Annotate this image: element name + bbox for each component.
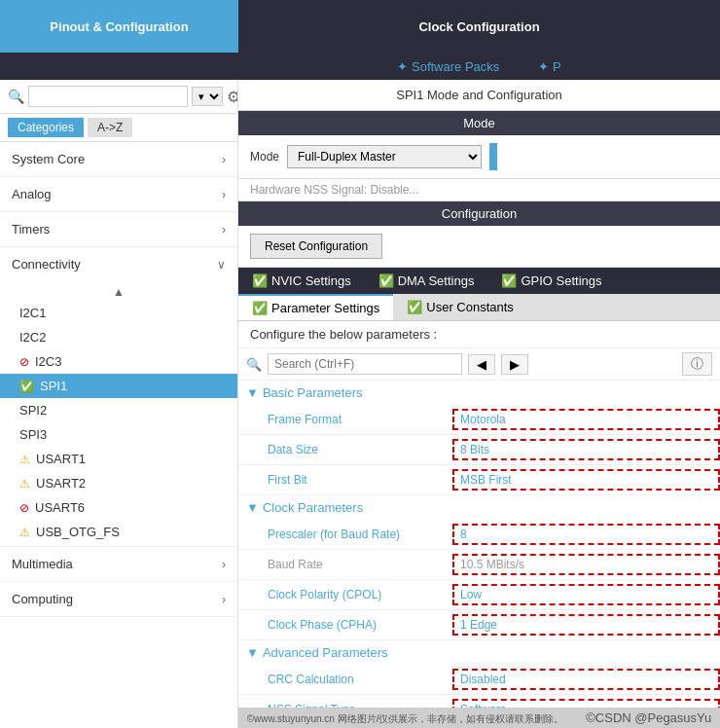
param-value-frame-format[interactable]: Motorola — [452, 409, 720, 430]
mode-blue-bar — [489, 143, 497, 170]
mode-content: Mode Full-Duplex Master — [238, 135, 720, 179]
param-search-input[interactable] — [268, 353, 462, 375]
sidebar-item-spi2[interactable]: SPI2 — [0, 398, 237, 422]
software-packs-link[interactable]: ✦ Software Packs — [397, 59, 499, 74]
param-value-first-bit[interactable]: MSB First — [452, 469, 720, 491]
sidebar-item-i2c2[interactable]: I2C2 — [0, 325, 237, 349]
sidebar-section-connectivity: Connectivity ∨ ▲ I2C1 I2C2 ⊘ I2C3 — [0, 247, 237, 547]
i2c3-error-icon: ⊘ — [19, 355, 29, 369]
sidebar-section-system-core: System Core › — [0, 142, 237, 177]
spi-title: SPI1 Mode and Configuration — [238, 80, 720, 111]
usart1-warn-icon: ⚠ — [19, 453, 30, 466]
mode-label: Mode — [250, 150, 279, 164]
nss-row: Hardware NSS Signal: Disable... — [238, 179, 720, 201]
basic-params-header[interactable]: ▼ Basic Parameters — [238, 381, 720, 405]
param-value-nss-type[interactable]: Software — [452, 699, 720, 708]
cat-tabs: Categories A->Z — [0, 114, 237, 142]
usb-warn-icon: ⚠ — [19, 526, 30, 539]
usart2-warn-icon: ⚠ — [19, 477, 30, 491]
sidebar-item-multimedia[interactable]: Multimedia › — [0, 547, 237, 581]
tab-categories[interactable]: Categories — [8, 118, 84, 137]
param-next-btn[interactable]: ▶ — [501, 354, 528, 375]
sidebar-item-timers[interactable]: Timers › — [0, 212, 237, 246]
sidebar-item-i2c3[interactable]: ⊘ I2C3 — [0, 349, 237, 374]
param-value-cpol[interactable]: Low — [452, 584, 720, 605]
gear-icon[interactable]: ⚙ — [227, 88, 238, 106]
param-value-baud-rate: 10.5 MBits/s — [452, 554, 720, 575]
param-search-icon: 🔍 — [246, 357, 262, 372]
tab-dma-settings[interactable]: ✅ DMA Settings — [365, 268, 488, 294]
advanced-params-group: ▼ Advanced Parameters CRC Calculation Di… — [238, 640, 720, 708]
config-tabs: ✅ NVIC Settings ✅ DMA Settings ✅ GPIO Se… — [238, 268, 720, 294]
sidebar-item-usart6[interactable]: ⊘ USART6 — [0, 495, 237, 520]
usart6-error-icon: ⊘ — [19, 501, 29, 515]
param-name-frame-format: Frame Format — [238, 413, 452, 426]
watermark-credit: ©CSDN @PegasusYu — [586, 710, 711, 725]
gpio-check-icon: ✅ — [501, 273, 517, 288]
table-row: Prescaler (for Baud Rate) 8 — [238, 520, 720, 550]
param-value-crc[interactable]: Disabled — [452, 669, 720, 690]
user-check-icon: ✅ — [407, 300, 422, 314]
param-search-row: 🔍 ◀ ▶ ⓘ — [238, 348, 720, 381]
param-prev-btn[interactable]: ◀ — [468, 354, 495, 375]
tab-nvic-settings[interactable]: ✅ NVIC Settings — [238, 268, 365, 294]
sidebar-item-spi3[interactable]: SPI3 — [0, 422, 237, 447]
header-pinout[interactable]: Pinout & Configuration — [0, 0, 238, 53]
search-input[interactable] — [28, 86, 188, 107]
top-header: Pinout & Configuration Clock Configurati… — [0, 0, 720, 53]
param-name-prescaler: Prescaler (for Baud Rate) — [238, 528, 452, 541]
mode-select[interactable]: Full-Duplex Master — [287, 145, 482, 168]
sidebar-section-analog: Analog › — [0, 177, 237, 212]
sidebar-item-usart2[interactable]: ⚠ USART2 — [0, 471, 237, 495]
tab-atoz[interactable]: A->Z — [88, 118, 132, 137]
tab-user-constants[interactable]: ✅ User Constants — [393, 294, 527, 320]
connectivity-items: ▲ I2C1 I2C2 ⊘ I2C3 ✅ SPI1 — [0, 281, 237, 546]
param-value-data-size[interactable]: 8 Bits — [452, 439, 720, 460]
pinout-link[interactable]: ✦ P — [538, 59, 560, 74]
param-name-crc: CRC Calculation — [238, 673, 452, 686]
param-value-cpha[interactable]: 1 Edge — [452, 614, 720, 636]
param-name-first-bit: First Bit — [238, 473, 452, 487]
software-packs-bar: ✦ Software Packs ✦ P — [0, 53, 720, 80]
param-name-cpol: Clock Polarity (CPOL) — [238, 588, 452, 601]
clock-params-group: ▼ Clock Parameters Prescaler (for Baud R… — [238, 495, 720, 640]
search-icon: 🔍 — [8, 89, 24, 104]
sidebar-item-connectivity[interactable]: Connectivity ∨ — [0, 247, 237, 281]
clock-params-header[interactable]: ▼ Clock Parameters — [238, 495, 720, 520]
header-clock[interactable]: Clock Configuration — [238, 0, 720, 53]
table-row: Baud Rate 10.5 MBits/s — [238, 550, 720, 580]
advanced-params-header[interactable]: ▼ Advanced Parameters — [238, 640, 720, 665]
advanced-collapse-icon: ▼ — [246, 645, 259, 660]
clock-collapse-icon: ▼ — [246, 500, 259, 515]
sidebar-item-usb-otg-fs[interactable]: ⚠ USB_OTG_FS — [0, 520, 237, 544]
sidebar: 🔍 ▾ ⚙ Categories A->Z System Core › Anal… — [0, 80, 238, 728]
sidebar-item-computing[interactable]: Computing › — [0, 582, 237, 616]
reset-btn-row: Reset Configuration — [238, 226, 720, 268]
param-info-btn[interactable]: ⓘ — [682, 352, 712, 376]
mode-header: Mode — [238, 111, 720, 135]
search-dropdown[interactable]: ▾ — [192, 87, 223, 106]
multimedia-arrow: › — [222, 558, 226, 571]
sidebar-item-spi1[interactable]: ✅ SPI1 — [0, 374, 237, 398]
analog-arrow: › — [222, 188, 226, 201]
sidebar-item-system-core[interactable]: System Core › — [0, 142, 237, 176]
watermark-bar: ©www.stuyunyun.cn 网络图片/仅供展示，非存储，如有侵权请联系删… — [238, 708, 720, 728]
system-core-arrow: › — [222, 153, 226, 166]
sidebar-item-usart1[interactable]: ⚠ USART1 — [0, 447, 237, 471]
tab-gpio-settings[interactable]: ✅ GPIO Settings — [487, 268, 615, 294]
sidebar-section-computing: Computing › — [0, 582, 237, 617]
basic-collapse-icon: ▼ — [246, 385, 259, 400]
tab-parameter-settings[interactable]: ✅ Parameter Settings — [238, 294, 393, 320]
computing-arrow: › — [222, 593, 226, 606]
sidebar-section-timers: Timers › — [0, 212, 237, 247]
connectivity-arrow: ∨ — [217, 258, 226, 272]
sidebar-item-analog[interactable]: Analog › — [0, 177, 237, 211]
sidebar-item-i2c1[interactable]: I2C1 — [0, 301, 237, 325]
param-value-prescaler[interactable]: 8 — [452, 524, 720, 545]
table-row: NSS Signal Type Software — [238, 695, 720, 708]
sidebar-section-multimedia: Multimedia › — [0, 547, 237, 582]
param-area: Configure the below parameters : 🔍 ◀ ▶ ⓘ… — [238, 321, 720, 708]
spi1-ok-icon: ✅ — [19, 380, 34, 393]
basic-params-group: ▼ Basic Parameters Frame Format Motorola… — [238, 381, 720, 495]
reset-configuration-button[interactable]: Reset Configuration — [250, 234, 382, 259]
